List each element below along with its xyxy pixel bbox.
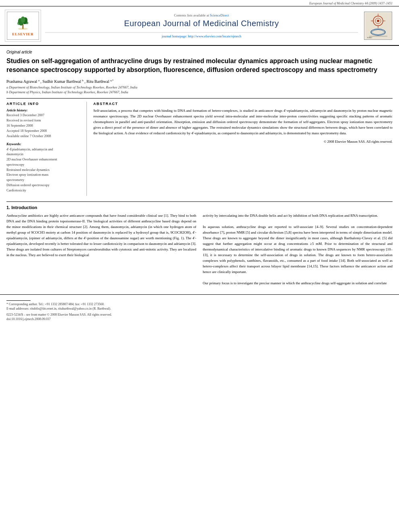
footnote-email-text: E-mail addresses: ritubfis@iitr.ernet.in… xyxy=(6,307,111,310)
journal-cover-box: EJMC xyxy=(364,12,392,40)
keyword-9: Cardiotoxicity xyxy=(6,188,82,193)
elsevier-tree-icon xyxy=(15,15,31,31)
intro-body: Anthracycline antibiotics are highly act… xyxy=(6,213,393,286)
intro-col-2: activity by intercalating into the DNA d… xyxy=(203,213,393,286)
footnote-star-line: * Corresponding author. Tel.: +91 1332 2… xyxy=(6,302,393,306)
received-revised: Received in revised form xyxy=(6,118,82,123)
article-info-heading: ARTICLE INFO xyxy=(6,102,82,106)
svg-point-10 xyxy=(377,20,379,22)
elsevier-logo-area: ELSEVIER xyxy=(5,10,41,42)
keyword-1: 4′-Epiadriamycin, adriamycin and xyxy=(6,147,82,152)
author-sup-b: b xyxy=(82,79,84,82)
footnote-star-text: * Corresponding author. Tel.: +91 1332 2… xyxy=(6,302,105,306)
keyword-5: Restrained molecular dynamics xyxy=(6,167,82,173)
article-info-col: ARTICLE INFO Article history: Received 3… xyxy=(6,102,87,196)
journal-citation: European Journal of Medicinal Chemistry … xyxy=(0,0,399,6)
svg-point-5 xyxy=(17,22,21,25)
issn-doi-block: 0223-5234/$ – see front matter © 2008 El… xyxy=(6,313,393,321)
keyword-7: spectrometry xyxy=(6,177,82,183)
elsevier-logo-box: ELSEVIER xyxy=(7,12,39,40)
abstract-col: ABSTRACT Self-association, a process tha… xyxy=(93,102,393,196)
footnote-email-line: E-mail addresses: ritubfis@iitr.ernet.in… xyxy=(6,307,393,310)
author-comma-1: , Sudhir Kumar Barthwal xyxy=(40,79,81,84)
elsevier-brand-text: ELSEVIER xyxy=(12,32,34,36)
homepage-link[interactable]: journal homepage: http://www.elsevier.co… xyxy=(162,34,241,38)
sciencedirect-line: Contents lists available at ScienceDirec… xyxy=(174,13,229,17)
copyright-line: © 2008 Elsevier Masson SAS. All rights r… xyxy=(93,140,393,144)
journal-title: European Journal of Medicinal Chemistry xyxy=(124,19,279,28)
intro-col-1: Anthracycline antibiotics are highly act… xyxy=(6,213,196,286)
author-sup-a2: a,* xyxy=(110,79,113,82)
keywords-label: Keywords: xyxy=(6,142,82,146)
keyword-3: 2D nuclear Overhauser enhancement xyxy=(6,157,82,162)
history-label: Article history: xyxy=(6,108,82,112)
author-ritu: , Ritu Barthwal xyxy=(84,79,109,84)
abstract-heading: ABSTRACT xyxy=(93,102,393,106)
header-divider xyxy=(45,32,358,33)
sciencedirect-label: Contents lists available at xyxy=(174,13,209,17)
author-prashansa: Prashansa Agrawal xyxy=(6,79,37,84)
affiliation-a: a Department of Biotechnology, Indian In… xyxy=(6,85,393,89)
author-sup-a: a xyxy=(38,79,39,82)
page-container: European Journal of Medicinal Chemistry … xyxy=(0,0,399,325)
affiliation-b: b Department of Physics, Indian Institut… xyxy=(6,90,393,94)
sciencedirect-link[interactable]: ScienceDirect xyxy=(210,13,229,17)
info-abstract-section: ARTICLE INFO Article history: Received 3… xyxy=(6,98,393,196)
introduction-section: 1. Introduction Anthracycline antibiotic… xyxy=(6,201,393,286)
revised-date: 16 September 2008 xyxy=(6,123,82,128)
received-1: Received 3 December 2007 xyxy=(6,113,82,118)
article-content: Original article Studies on self-aggrega… xyxy=(0,46,399,290)
article-type-label: Original article xyxy=(6,50,393,54)
svg-text:EJMC: EJMC xyxy=(367,37,372,39)
intro-title: 1. Introduction xyxy=(6,205,393,210)
keywords-group: Keywords: 4′-Epiadriamycin, adriamycin a… xyxy=(6,142,82,193)
history-group: Article history: Received 3 December 200… xyxy=(6,108,82,138)
abstract-text: Self-association, a process that compete… xyxy=(93,108,393,136)
author-line: Prashansa Agrawal a , Sudhir Kumar Barth… xyxy=(6,79,393,84)
journal-citation-text: European Journal of Medicinal Chemistry … xyxy=(309,2,393,5)
keyword-8: Diffusion ordered spectroscopy xyxy=(6,183,82,188)
doi-line: doi:10.1016/j.ejmech.2008.09.037 xyxy=(6,317,393,321)
journal-cover-icon: EJMC xyxy=(365,13,391,39)
available-online: Available online 7 October 2008 xyxy=(6,134,82,139)
issn-line: 0223-5234/$ – see front matter © 2008 El… xyxy=(6,313,393,316)
keyword-4: spectroscopy xyxy=(6,162,82,167)
svg-point-6 xyxy=(26,22,29,25)
journal-cover-image: EJMC xyxy=(362,10,394,42)
footer-section: * Corresponding author. Tel.: +91 1332 2… xyxy=(0,294,399,325)
keyword-6: Electron spray ionization mass xyxy=(6,172,82,177)
journal-header-center: Contents lists available at ScienceDirec… xyxy=(45,10,358,42)
journal-header: ELSEVIER Contents lists available at Sci… xyxy=(0,6,399,46)
homepage-line: journal homepage: http://www.elsevier.co… xyxy=(162,34,241,38)
svg-point-4 xyxy=(21,16,25,23)
article-title: Studies on self-aggregation of anthracyc… xyxy=(6,57,393,75)
keyword-2: daunomycin xyxy=(6,152,82,157)
footnote-divider xyxy=(6,300,31,301)
accepted-date: Accepted 18 September 2008 xyxy=(6,129,82,134)
